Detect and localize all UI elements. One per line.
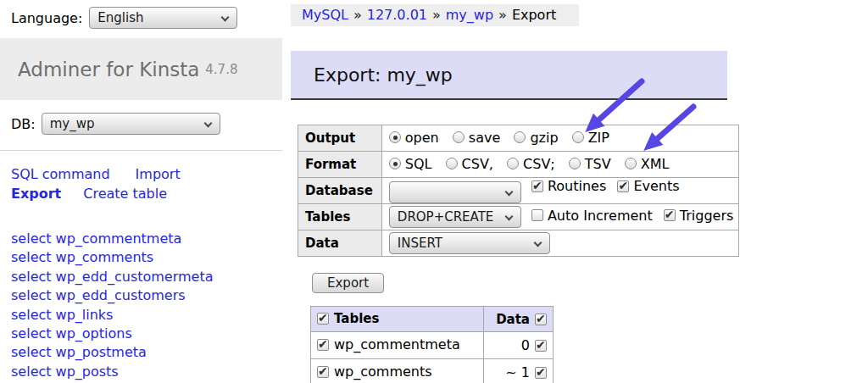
select-data-link[interactable]: select <box>11 287 52 303</box>
sidebar-table-list: selectwp_commentmeta selectwp_comments s… <box>11 230 214 383</box>
language-row: Language: English <box>11 7 237 29</box>
radio-icon[interactable] <box>569 158 581 169</box>
checkbox-data-wp-commentmeta[interactable]: 0 <box>521 337 547 353</box>
select-data-link[interactable]: select <box>11 364 52 380</box>
chevron-down-icon <box>504 187 513 196</box>
select-all-tables[interactable]: Tables <box>317 311 379 326</box>
table-row: wp_comments ~ 1 <box>311 359 554 383</box>
radio-icon[interactable] <box>389 131 401 143</box>
radio-icon[interactable] <box>453 131 465 143</box>
checkbox-icon[interactable] <box>317 366 329 378</box>
tables-label: Tables <box>298 204 382 230</box>
radio-format-tsv[interactable]: TSV <box>569 156 611 172</box>
database-style-select[interactable] <box>389 181 521 203</box>
radio-icon[interactable] <box>625 158 637 169</box>
breadcrumb-link-host[interactable]: 127.0.01 <box>367 7 427 23</box>
radio-icon[interactable] <box>514 131 526 143</box>
radio-output-open[interactable]: open <box>389 130 439 146</box>
checkbox-table-wp-comments[interactable]: wp_comments <box>317 364 432 380</box>
radio-icon[interactable] <box>446 158 458 169</box>
checkbox-icon[interactable] <box>617 180 629 192</box>
breadcrumb-separator: » <box>432 7 441 23</box>
select-data-link[interactable]: select <box>11 230 52 247</box>
table-structure-link[interactable]: wp_postmeta <box>56 344 147 360</box>
radio-output-gzip[interactable]: gzip <box>514 130 558 146</box>
checkbox-icon[interactable] <box>531 209 543 221</box>
language-select[interactable]: English <box>89 7 237 29</box>
table-header-row: Tables Data <box>311 307 554 332</box>
checkbox-icon[interactable] <box>535 314 547 325</box>
sidebar-link-import[interactable]: Import <box>136 166 181 182</box>
table-structure-link[interactable]: wp_options <box>56 325 132 341</box>
table-structure-link[interactable]: wp_edd_customers <box>56 287 186 303</box>
language-select-value: English <box>97 10 143 25</box>
checkbox-routines[interactable]: Routines <box>531 178 606 194</box>
select-data-link[interactable]: select <box>11 249 52 265</box>
checkbox-icon[interactable] <box>535 340 547 352</box>
radio-format-sql[interactable]: SQL <box>389 156 432 172</box>
breadcrumb-link-database[interactable]: my_wp <box>446 7 493 23</box>
output-label: Output <box>298 125 382 152</box>
checkbox-auto-increment[interactable]: Auto Increment <box>531 208 653 224</box>
list-item: selectwp_options <box>11 325 214 343</box>
list-item: selectwp_comments <box>11 248 214 267</box>
data-header-cell: Data <box>484 307 554 332</box>
data-style-select[interactable]: INSERT <box>389 232 550 254</box>
tables-options: DROP+CREATE Auto Increment Triggers <box>381 204 739 230</box>
sidebar-nav-row: SQL commandImport <box>11 164 181 184</box>
select-data-link[interactable]: select <box>11 269 52 285</box>
table-structure-link[interactable]: wp_comments <box>56 249 154 265</box>
language-label: Language: <box>11 10 82 26</box>
db-select[interactable]: my_wp <box>42 113 220 135</box>
select-data-link[interactable]: select <box>11 307 52 323</box>
radio-icon[interactable] <box>389 158 401 169</box>
table-structure-link[interactable]: wp_posts <box>56 364 119 380</box>
select-data-link[interactable]: select <box>11 344 52 360</box>
export-button[interactable]: Export <box>312 273 384 293</box>
checkbox-icon[interactable] <box>535 367 547 379</box>
breadcrumb-current-page: Export <box>512 7 556 23</box>
table-structure-link[interactable]: wp_edd_customermeta <box>56 269 214 285</box>
checkbox-events[interactable]: Events <box>617 178 679 194</box>
radio-output-save[interactable]: save <box>453 130 500 146</box>
sidebar-link-create-table[interactable]: Create table <box>83 186 167 202</box>
table-structure-link[interactable]: wp_commentmeta <box>56 230 182 247</box>
chevron-down-icon <box>221 14 230 22</box>
list-item: selectwp_commentmeta <box>11 230 214 248</box>
checkbox-triggers[interactable]: Triggers <box>664 208 734 224</box>
list-item: selectwp_edd_customers <box>11 286 214 305</box>
radio-output-zip[interactable]: ZIP <box>572 130 609 146</box>
radio-icon[interactable] <box>572 131 584 143</box>
db-selector-row: DB: my_wp <box>11 113 220 135</box>
adminer-title: Adminer for Kinsta <box>18 58 199 80</box>
select-data-link[interactable]: select <box>11 325 52 341</box>
tables-selection-table: Tables Data wp_commentmeta 0 wp_comments… <box>310 306 554 383</box>
table-name-cell: wp_commentmeta <box>311 332 484 359</box>
db-select-value: my_wp <box>50 116 95 131</box>
radio-format-xml[interactable]: XML <box>625 156 670 172</box>
select-all-data[interactable]: Data <box>496 312 547 327</box>
checkbox-icon[interactable] <box>531 180 543 192</box>
output-row: Output open save gzip ZIP <box>298 125 739 152</box>
radio-format-csv-semicolon[interactable]: CSV; <box>507 156 555 172</box>
list-item: selectwp_edd_customermeta <box>11 268 214 286</box>
db-label: DB: <box>11 116 36 132</box>
sidebar-link-export-active[interactable]: Export <box>11 186 61 202</box>
checkbox-data-wp-comments[interactable]: ~ 1 <box>505 364 547 380</box>
database-label: Database <box>298 178 382 204</box>
radio-format-csv-comma[interactable]: CSV, <box>446 156 493 172</box>
table-name-cell: wp_comments <box>311 359 484 383</box>
tables-style-select[interactable]: DROP+CREATE <box>389 206 521 228</box>
breadcrumb-link-server-type[interactable]: MySQL <box>302 7 348 23</box>
sidebar-nav-row: ExportCreate table <box>11 184 181 203</box>
sidebar-link-sql-command[interactable]: SQL command <box>11 166 110 182</box>
checkbox-icon[interactable] <box>317 313 329 325</box>
radio-icon[interactable] <box>507 158 519 169</box>
checkbox-icon[interactable] <box>664 209 676 221</box>
checkbox-icon[interactable] <box>317 339 329 351</box>
checkbox-table-wp-commentmeta[interactable]: wp_commentmeta <box>317 336 460 352</box>
adminer-version[interactable]: 4.7.8 <box>205 62 237 77</box>
table-structure-link[interactable]: wp_links <box>56 307 114 323</box>
page-title: Export: my_wp <box>291 51 727 100</box>
adminer-logo-box: Adminer for Kinsta 4.7.8 <box>0 38 282 100</box>
